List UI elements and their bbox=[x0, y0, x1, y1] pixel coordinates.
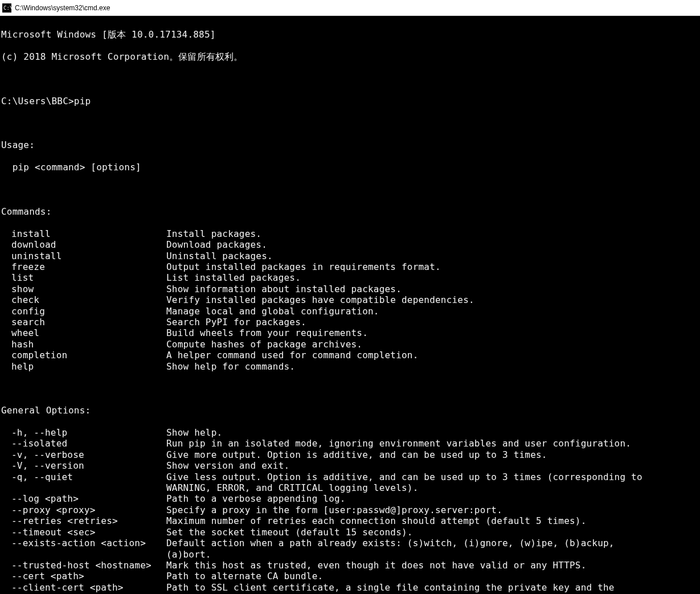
command-name: download bbox=[11, 239, 166, 250]
option-desc: Default action when a path already exist… bbox=[166, 538, 699, 548]
option-desc: Mark this host as trusted, even though i… bbox=[166, 560, 699, 571]
option-desc: Run pip in an isolated mode, ignoring en… bbox=[166, 438, 699, 449]
option-row: --exists-action <action>Default action w… bbox=[1, 538, 699, 548]
terminal-output[interactable]: Microsoft Windows [版本 10.0.17134.885] (c… bbox=[0, 16, 700, 594]
option-desc: Path to a verbose appending log. bbox=[166, 493, 699, 504]
command-desc: Verify installed packages have compatibl… bbox=[166, 294, 699, 305]
command-name: check bbox=[11, 294, 166, 305]
command-name: hash bbox=[11, 339, 166, 350]
command-desc: Uninstall packages. bbox=[166, 251, 699, 261]
option-row: -v, --verboseGive more output. Option is… bbox=[1, 449, 699, 460]
command-name: help bbox=[11, 361, 166, 372]
command-desc: Install packages. bbox=[166, 228, 699, 239]
option-row: WARNING, ERROR, and CRITICAL logging lev… bbox=[1, 482, 699, 493]
option-flag: --client-cert <path> bbox=[11, 582, 166, 593]
commands-header: Commands: bbox=[1, 206, 699, 217]
command-row: listList installed packages. bbox=[1, 272, 699, 283]
command-desc: Manage local and global configuration. bbox=[166, 306, 699, 317]
header-line: (c) 2018 Microsoft Corporation。保留所有权利。 bbox=[1, 51, 699, 62]
cmd-icon: C:\ bbox=[2, 3, 11, 13]
option-desc: Give less output. Option is additive, an… bbox=[166, 472, 699, 482]
command-name: uninstall bbox=[11, 251, 166, 261]
command-row: showShow information about installed pac… bbox=[1, 284, 699, 294]
command-row: checkVerify installed packages have comp… bbox=[1, 294, 699, 305]
command-desc: Show information about installed package… bbox=[166, 284, 699, 294]
command-desc: Show help for commands. bbox=[166, 361, 699, 372]
command-row: downloadDownload packages. bbox=[1, 239, 699, 250]
option-desc: Show help. bbox=[166, 427, 699, 438]
option-row: --log <path>Path to a verbose appending … bbox=[1, 493, 699, 504]
window-titlebar[interactable]: C:\ C:\Windows\system32\cmd.exe bbox=[0, 0, 700, 16]
command-desc: Build wheels from your requirements. bbox=[166, 327, 699, 338]
option-flag: --trusted-host <hostname> bbox=[11, 560, 166, 571]
option-flag: --retries <retries> bbox=[11, 515, 166, 526]
command-name: config bbox=[11, 306, 166, 317]
command-desc: Output installed packages in requirement… bbox=[166, 261, 699, 272]
command-name: show bbox=[11, 284, 166, 294]
option-flag: -V, --version bbox=[11, 460, 166, 471]
option-row: (a)bort. bbox=[1, 549, 699, 560]
option-row: -V, --versionShow version and exit. bbox=[1, 460, 699, 471]
command-name: wheel bbox=[11, 327, 166, 338]
option-desc: (a)bort. bbox=[166, 549, 699, 560]
option-row: --trusted-host <hostname>Mark this host … bbox=[1, 560, 699, 571]
command-desc: Search PyPI for packages. bbox=[166, 317, 699, 327]
option-row: --retries <retries>Maximum number of ret… bbox=[1, 515, 699, 526]
option-row: --proxy <proxy>Specify a proxy in the fo… bbox=[1, 505, 699, 515]
option-flag: --proxy <proxy> bbox=[11, 505, 166, 515]
svg-text:C:\: C:\ bbox=[3, 5, 11, 11]
option-desc: Give more output. Option is additive, an… bbox=[166, 449, 699, 460]
option-row: --client-cert <path>Path to SSL client c… bbox=[1, 582, 699, 593]
option-desc: Path to SSL client certificate, a single… bbox=[166, 582, 699, 593]
window-title: C:\Windows\system32\cmd.exe bbox=[15, 4, 110, 12]
option-flag: --timeout <sec> bbox=[11, 527, 166, 538]
command-name: completion bbox=[11, 350, 166, 361]
command-row: wheelBuild wheels from your requirements… bbox=[1, 327, 699, 338]
command-row: hashCompute hashes of package archives. bbox=[1, 339, 699, 350]
option-flag bbox=[11, 549, 166, 560]
option-desc: Show version and exit. bbox=[166, 460, 699, 471]
command-row: completionA helper command used for comm… bbox=[1, 350, 699, 361]
command-row: searchSearch PyPI for packages. bbox=[1, 317, 699, 327]
option-flag: -q, --quiet bbox=[11, 472, 166, 482]
option-row: --isolatedRun pip in an isolated mode, i… bbox=[1, 438, 699, 449]
blank-line bbox=[1, 184, 699, 195]
option-desc: Maximum number of retries each connectio… bbox=[166, 515, 699, 526]
command-row: installInstall packages. bbox=[1, 228, 699, 239]
command-name: list bbox=[11, 272, 166, 283]
option-desc: Specify a proxy in the form [user:passwd… bbox=[166, 505, 699, 515]
command-row: freezeOutput installed packages in requi… bbox=[1, 261, 699, 272]
command-desc: Download packages. bbox=[166, 239, 699, 250]
command-name: install bbox=[11, 228, 166, 239]
blank-line bbox=[1, 118, 699, 129]
command-desc: Compute hashes of package archives. bbox=[166, 339, 699, 350]
option-row: -h, --helpShow help. bbox=[1, 427, 699, 438]
usage-header: Usage: bbox=[1, 140, 699, 150]
command-row: helpShow help for commands. bbox=[1, 361, 699, 372]
prompt-line: C:\Users\BBC>pip bbox=[1, 96, 699, 106]
general-options-header: General Options: bbox=[1, 405, 699, 416]
option-desc: Path to alternate CA bundle. bbox=[166, 571, 699, 581]
command-desc: A helper command used for command comple… bbox=[166, 350, 699, 361]
blank-line bbox=[1, 383, 699, 394]
option-flag: --exists-action <action> bbox=[11, 538, 166, 548]
usage-line: pip <command> [options] bbox=[1, 162, 699, 173]
option-flag: --log <path> bbox=[11, 493, 166, 504]
option-flag: --cert <path> bbox=[11, 571, 166, 581]
blank-line bbox=[1, 73, 699, 84]
header-line: Microsoft Windows [版本 10.0.17134.885] bbox=[1, 29, 699, 40]
option-row: -q, --quietGive less output. Option is a… bbox=[1, 472, 699, 482]
option-row: --cert <path>Path to alternate CA bundle… bbox=[1, 571, 699, 581]
option-flag: -v, --verbose bbox=[11, 449, 166, 460]
option-flag bbox=[11, 482, 166, 493]
command-row: uninstallUninstall packages. bbox=[1, 251, 699, 261]
command-name: search bbox=[11, 317, 166, 327]
option-flag: --isolated bbox=[11, 438, 166, 449]
option-desc: Set the socket timeout (default 15 secon… bbox=[166, 527, 699, 538]
option-flag: -h, --help bbox=[11, 427, 166, 438]
command-name: freeze bbox=[11, 261, 166, 272]
option-row: --timeout <sec>Set the socket timeout (d… bbox=[1, 527, 699, 538]
command-row: configManage local and global configurat… bbox=[1, 306, 699, 317]
option-desc: WARNING, ERROR, and CRITICAL logging lev… bbox=[166, 482, 699, 493]
command-desc: List installed packages. bbox=[166, 272, 699, 283]
